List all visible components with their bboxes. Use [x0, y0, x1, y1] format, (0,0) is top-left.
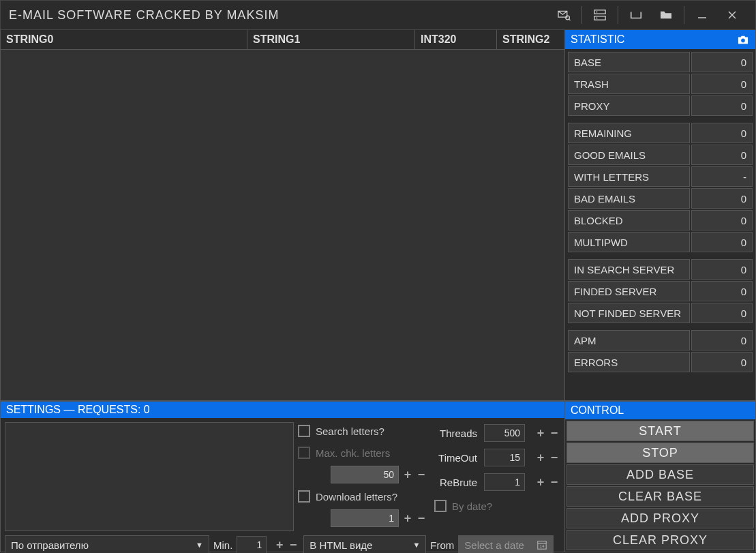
clear-proxy-button[interactable]: CLEAR PROXY: [566, 530, 754, 550]
plus-icon[interactable]: +: [273, 537, 286, 552]
separator: [684, 6, 684, 24]
minus-icon[interactable]: −: [415, 467, 427, 482]
svg-point-0: [566, 16, 570, 20]
minimize-button[interactable]: [687, 0, 717, 30]
stat-label: GOOD EMAILS: [568, 145, 690, 165]
dropdown-value: В HTML виде: [309, 539, 372, 551]
from-label: From: [430, 539, 454, 551]
plus-icon[interactable]: +: [534, 475, 547, 490]
plus-icon[interactable]: +: [534, 425, 547, 440]
bracket-icon[interactable]: [621, 0, 651, 30]
mail-search-icon[interactable]: [549, 0, 579, 30]
titlebar: E-MAIL SOFTWARE CRACKED BY MAKSIM: [0, 0, 756, 30]
stat-label: WITH LETTERS: [568, 166, 690, 187]
folder-icon[interactable]: [651, 0, 681, 30]
add-base-button[interactable]: ADD BASE: [566, 464, 754, 485]
panel-title: STATISTIC: [571, 33, 624, 46]
minus-icon[interactable]: −: [415, 511, 427, 526]
stat-label: ERRORS: [568, 352, 690, 372]
control-header: CONTROL: [565, 402, 755, 419]
stat-value: 0: [691, 281, 753, 301]
timeout-input[interactable]: [484, 449, 525, 466]
by-date-checkbox[interactable]: [434, 500, 447, 512]
min-label: Min.: [213, 539, 232, 551]
stop-button[interactable]: STOP: [566, 443, 754, 463]
clear-base-button[interactable]: CLEAR BASE: [566, 486, 754, 507]
column-header[interactable]: STRING1: [247, 30, 415, 50]
settings-panel: SETTINGS — REQUESTS: 0 Search letters? M…: [0, 401, 565, 552]
calendar-icon: 14: [536, 539, 547, 550]
minus-icon[interactable]: −: [548, 475, 560, 490]
panel-title: SETTINGS — REQUESTS: 0: [6, 404, 150, 416]
rebrute-label: ReBrute: [440, 477, 477, 488]
svg-point-9: [741, 38, 745, 42]
plus-icon[interactable]: +: [402, 467, 414, 482]
stat-label: BAD EMAILS: [568, 188, 690, 209]
rebrute-input[interactable]: [484, 473, 525, 491]
column-header[interactable]: STRING0: [1, 30, 247, 50]
max-chk-checkbox[interactable]: [298, 447, 310, 459]
column-header[interactable]: INT320: [415, 30, 497, 50]
stat-value: 0: [691, 188, 753, 209]
column-header[interactable]: STRING2: [497, 30, 564, 50]
minus-icon[interactable]: −: [548, 425, 560, 440]
svg-rect-3: [594, 16, 605, 20]
minus-icon[interactable]: −: [548, 450, 560, 465]
stat-value: 0: [691, 303, 753, 323]
svg-point-5: [596, 18, 598, 19]
threads-label: Threads: [440, 428, 477, 439]
stat-row: GOOD EMAILS0: [568, 145, 753, 165]
checkbox-label: By date?: [452, 500, 492, 512]
stat-row: BASE0: [568, 52, 753, 72]
stat-row: FINDED SERVER0: [568, 281, 753, 301]
search-letters-checkbox[interactable]: [298, 425, 310, 437]
plus-icon[interactable]: +: [402, 511, 414, 526]
chevron-down-icon: ▼: [412, 541, 420, 549]
stat-value: 0: [691, 74, 753, 94]
stat-label: TRASH: [568, 74, 690, 94]
stat-value: -: [691, 166, 753, 187]
sender-dropdown[interactable]: По отправителю ▼: [5, 535, 209, 553]
stat-row: ERRORS0: [568, 352, 753, 372]
threads-input[interactable]: [484, 424, 525, 442]
request-list-box[interactable]: [5, 422, 294, 531]
grid-header: STRING0 STRING1 INT320 STRING2: [1, 30, 564, 50]
plus-icon[interactable]: +: [534, 450, 547, 465]
data-grid[interactable]: STRING0 STRING1 INT320 STRING2: [0, 30, 565, 401]
separator: [581, 6, 582, 24]
server-icon[interactable]: [585, 0, 615, 30]
stat-value: 0: [691, 352, 753, 372]
stat-value: 0: [691, 232, 753, 252]
stat-row: MULTIPWD0: [568, 232, 753, 252]
format-dropdown[interactable]: В HTML виде ▼: [303, 535, 426, 553]
minus-icon[interactable]: −: [287, 537, 299, 552]
timeout-label: TimeOut: [438, 452, 477, 464]
svg-point-4: [596, 12, 598, 13]
grid-body[interactable]: [1, 50, 564, 400]
start-button[interactable]: START: [566, 421, 754, 441]
statistic-header: STATISTIC: [565, 30, 755, 49]
from-date-picker[interactable]: Select a date 14: [458, 535, 554, 553]
svg-rect-2: [594, 10, 605, 14]
stat-value: 0: [691, 210, 753, 230]
stat-value: 0: [691, 123, 753, 143]
stat-row: REMAINING0: [568, 123, 753, 143]
dropdown-value: По отправителю: [11, 539, 89, 551]
stat-label: REMAINING: [568, 123, 690, 143]
min-input[interactable]: [237, 536, 267, 553]
add-proxy-button[interactable]: ADD PROXY: [566, 508, 754, 528]
control-panel: CONTROL STARTSTOPADD BASECLEAR BASEADD P…: [565, 401, 756, 552]
checkbox-label: Search letters?: [316, 425, 384, 437]
max-chk-input[interactable]: [331, 466, 399, 483]
download-count-input[interactable]: [331, 509, 399, 527]
separator: [618, 6, 618, 24]
close-button[interactable]: [717, 0, 747, 30]
stat-row: NOT FINDED SERVER0: [568, 303, 753, 323]
download-letters-checkbox[interactable]: [298, 490, 310, 503]
camera-icon[interactable]: [736, 35, 750, 45]
stat-label: MULTIPWD: [568, 232, 690, 252]
stat-value: 0: [691, 330, 753, 350]
stat-label: PROXY: [568, 95, 690, 116]
stat-label: NOT FINDED SERVER: [568, 303, 690, 323]
stat-label: IN SEARCH SERVER: [568, 259, 690, 280]
